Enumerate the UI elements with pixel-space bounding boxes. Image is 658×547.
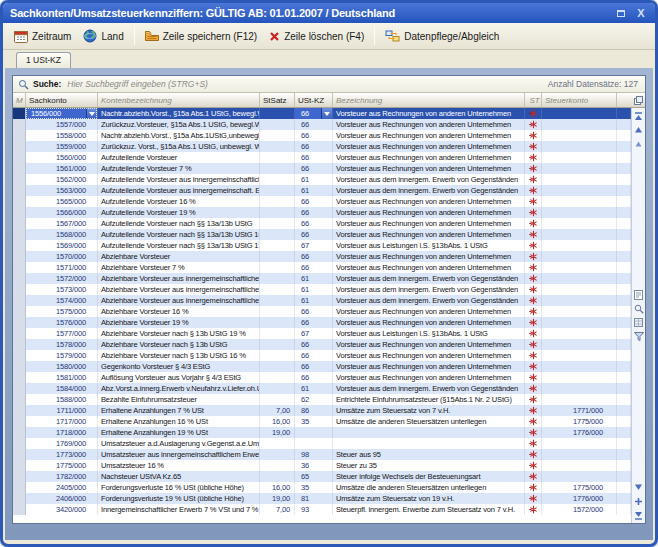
- table-row[interactable]: 1574/000 Abziehbare Vorsteuer aus innerg…: [13, 295, 631, 306]
- filler-cell: [617, 350, 631, 361]
- table-row[interactable]: 1571/000 Abziehbare Vorsteuer 7 % 66 Vor…: [13, 262, 631, 273]
- insert-row-icon[interactable]: [633, 496, 644, 506]
- table-row[interactable]: 1584/000 Abz.Vorst.a.innerg.Erwerb v.Neu…: [13, 383, 631, 394]
- kontenbezeichnung-cell: Umsatzsteuer aus innergemeinschaftlichem…: [98, 449, 260, 460]
- report-icon[interactable]: [633, 290, 644, 300]
- row-marker: [13, 361, 26, 372]
- stsatz-cell: [260, 383, 295, 394]
- column-header-stsatz[interactable]: StSatz: [260, 93, 295, 107]
- stsatz-cell: [260, 372, 295, 383]
- table-row[interactable]: 1569/000 Aufzuteilende Vorsteuer nach §§…: [13, 240, 631, 251]
- land-button[interactable]: Land: [77, 26, 129, 46]
- sachkonto-dropdown[interactable]: [86, 108, 97, 119]
- column-header-steuerkonto[interactable]: Steuerkonto: [542, 93, 617, 107]
- filler-cell: [617, 394, 631, 405]
- table-row[interactable]: 1566/000 Aufzuteilende Vorsteuer 19 % 66…: [13, 207, 631, 218]
- table-row[interactable]: 3420/000 Innergemeinschaftlicher Erwerb …: [13, 504, 631, 515]
- row-marker: [13, 152, 26, 163]
- column-header-kontenbezeichnung[interactable]: Kontenbezeichnung: [98, 93, 260, 107]
- sachkonto-cell: 1562/000: [26, 174, 98, 185]
- table-row[interactable]: 1577/000 Abziehbare Vorsteuer nach § 13b…: [13, 328, 631, 339]
- column-header-marker[interactable]: M: [13, 93, 26, 107]
- bezeichnung-cell: Vorsteuer aus Leistungen i.S. §13bAbs. 1…: [333, 328, 525, 339]
- grid-body: 1556/000 Nachtr.abziehb.Vorst., §15a Abs…: [13, 108, 645, 523]
- table-row[interactable]: 1581/000 Auflösung Vorsteuer aus Vorjahr…: [13, 372, 631, 383]
- jump-first-row-icon[interactable]: [633, 111, 644, 121]
- zeile-speichern-button[interactable]: Zeile speichern (F12): [139, 27, 263, 45]
- bezeichnung-cell: [333, 438, 525, 449]
- table-row[interactable]: 1573/000 Abziehbare Vorsteuer aus innerg…: [13, 284, 631, 295]
- table-row[interactable]: 1711/000 Erhaltene Anzahlungen 7 % USt 7…: [13, 405, 631, 416]
- filler-cell: [617, 372, 631, 383]
- table-row[interactable]: 1563/000 Aufzuteilende Vorsteuer aus inn…: [13, 185, 631, 196]
- filter-icon[interactable]: [633, 332, 644, 342]
- row-marker: [13, 251, 26, 262]
- filler-cell: [617, 218, 631, 229]
- column-header-sachkonto[interactable]: Sachkonto: [26, 93, 98, 107]
- tab-ust-kz[interactable]: 1 USt-KZ: [16, 52, 71, 68]
- table-row[interactable]: 2405/000 Forderungsverluste 16 % USt (üb…: [13, 482, 631, 493]
- table-row[interactable]: 1572/000 Abziehbare Vorsteuer aus innerg…: [13, 273, 631, 284]
- table-row[interactable]: 1567/000 Aufzuteilende Vorsteuer nach §§…: [13, 218, 631, 229]
- export-icon[interactable]: [633, 318, 644, 328]
- table-row[interactable]: 1718/000 Erhaltene Anzahlungen 19 % USt …: [13, 427, 631, 438]
- table-row[interactable]: 1775/000 Umsatzsteuer 16 % 36 Steuer zu …: [13, 460, 631, 471]
- page-up-icon[interactable]: [633, 139, 644, 149]
- grid-frame: Suche: Anzahl Datensätze: 127 M Sachkont…: [12, 75, 646, 524]
- row-marker: [13, 416, 26, 427]
- close-button[interactable]: X: [634, 7, 648, 20]
- ust-kz-cell: 62: [295, 394, 333, 405]
- filler-cell: [617, 416, 631, 427]
- table-row[interactable]: 1561/000 Aufzuteilende Vorsteuer 7 % 66 …: [13, 163, 631, 174]
- table-row[interactable]: 1579/000 Abziehbare Vorsteuer nach § 13b…: [13, 350, 631, 361]
- table-row[interactable]: 1560/000 Aufzuteilende Vorsteuer 66 Vors…: [13, 152, 631, 163]
- toolbar-separator: [374, 27, 375, 45]
- table-row[interactable]: 1570/000 Abziehbare Vorsteuer 66 Vorsteu…: [13, 251, 631, 262]
- table-row[interactable]: 1576/000 Abziehbare Vorsteuer 19 % 66 Vo…: [13, 317, 631, 328]
- table-row[interactable]: 1565/000 Aufzuteilende Vorsteuer 16 % 66…: [13, 196, 631, 207]
- ust-kz-cell: 66: [295, 141, 333, 152]
- table-row[interactable]: 1556/000 Nachtr.abziehb.Vorst., §15a Abs…: [13, 108, 631, 119]
- tax-key-icon: [529, 505, 538, 514]
- bezeichnung-cell: Vorsteuer aus Rechnungen von anderen Unt…: [333, 262, 525, 273]
- column-header-bezeichnung[interactable]: Bezeichnung: [333, 93, 525, 107]
- row-up-icon[interactable]: [633, 125, 644, 135]
- ust-kz-cell: 35: [295, 482, 333, 493]
- datenpflege-button[interactable]: Datenpflege/Abgleich: [379, 27, 505, 45]
- restore-button[interactable]: [614, 7, 628, 20]
- stsatz-cell: [260, 273, 295, 284]
- column-header-st[interactable]: ST: [525, 93, 542, 107]
- table-row[interactable]: 2406/000 Forderungsverluste 19 % USt (üb…: [13, 493, 631, 504]
- table-row[interactable]: 1578/000 Abziehbare Vorsteuer nach § 13b…: [13, 339, 631, 350]
- row-marker: [13, 405, 26, 416]
- table-row[interactable]: 1717/000 Erhaltene Anzahlungen 16 % USt …: [13, 416, 631, 427]
- table-row[interactable]: 1782/000 Nachsteuer UStVA Kz.65 65 Steue…: [13, 471, 631, 482]
- row-marker: [13, 229, 26, 240]
- search-input[interactable]: [65, 78, 543, 90]
- table-row[interactable]: 1769/000 Umsatzsteuer a.d.Auslagerung v.…: [13, 438, 631, 449]
- table-row[interactable]: 1557/000 Zurückzuz.Vorsteuer, §15a Abs.1…: [13, 119, 631, 130]
- table-row[interactable]: 1558/000 Nachtr.abziehb.Vorst., §15a Abs…: [13, 130, 631, 141]
- bezeichnung-cell: Vorsteuer aus Rechnungen von anderen Unt…: [333, 229, 525, 240]
- ust-kz-cell: 66: [295, 306, 333, 317]
- table-row[interactable]: 1773/000 Umsatzsteuer aus innergemeinsch…: [13, 449, 631, 460]
- jump-last-row-icon[interactable]: [633, 510, 644, 520]
- row-down-icon[interactable]: [633, 482, 644, 492]
- table-row[interactable]: 1580/000 Gegenkonto Vorsteuer § 4/3 EStG…: [13, 361, 631, 372]
- table-row[interactable]: 1568/000 Aufzuteilende Vorsteuer nach §§…: [13, 229, 631, 240]
- table-row[interactable]: 1588/000 Bezahlte Einfuhrumsatzsteuer 62…: [13, 394, 631, 405]
- zoom-icon[interactable]: [633, 304, 644, 314]
- table-row[interactable]: 1575/000 Abziehbare Vorsteuer 16 % 66 Vo…: [13, 306, 631, 317]
- zeitraum-button[interactable]: Zeitraum: [8, 27, 77, 46]
- ust-kz-cell: 61: [295, 383, 333, 394]
- zeile-loeschen-button[interactable]: Zeile löschen (F4): [263, 28, 370, 45]
- search-label: Suche:: [33, 79, 61, 89]
- column-header-ust-kz[interactable]: USt-KZ: [295, 93, 333, 107]
- table-row[interactable]: 1559/000 Zurückzuz. Vorst., §15a Abs.1 U…: [13, 141, 631, 152]
- tax-key-icon: [529, 340, 538, 349]
- kontenbezeichnung-cell: Aufzuteilende Vorsteuer aus innergemeins…: [98, 185, 260, 196]
- ust-kz-dropdown[interactable]: [321, 108, 332, 119]
- st-cell: [525, 196, 542, 207]
- column-chooser-icon[interactable]: [631, 93, 645, 107]
- table-row[interactable]: 1562/000 Aufzuteilende Vorsteuer aus inn…: [13, 174, 631, 185]
